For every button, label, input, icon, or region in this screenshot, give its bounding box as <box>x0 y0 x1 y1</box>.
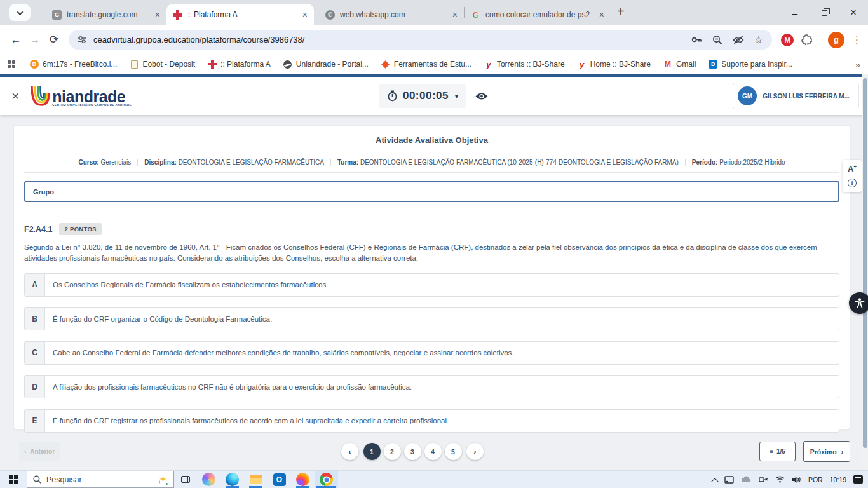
bookmark-eobot[interactable]: Eobot - Deposit <box>130 60 195 69</box>
tab-close-icon[interactable]: × <box>302 10 308 19</box>
address-bar[interactable]: ceadvirtual.grupoa.education/plataforma/… <box>69 30 772 50</box>
page-1[interactable]: 1 <box>363 443 381 460</box>
course-info-curso: Curso: Gerenciais <box>72 159 138 166</box>
search-highlights-icon[interactable] <box>158 475 168 485</box>
page-2[interactable]: 2 <box>384 443 401 460</box>
forward-button[interactable]: → <box>25 34 44 46</box>
page-3[interactable]: 3 <box>404 443 421 460</box>
extensions-puzzle-icon[interactable] <box>801 34 812 45</box>
group-label: Grupo <box>33 188 54 196</box>
start-button[interactable] <box>0 471 27 488</box>
page-title: Atividade Avaliativa Objetiva <box>24 126 839 152</box>
tab-close-icon[interactable]: × <box>599 10 604 19</box>
taskbar-copilot[interactable] <box>197 471 220 488</box>
onedrive-icon[interactable] <box>741 476 752 483</box>
bookmark-ferramentas[interactable]: Ferramentas de Estu... <box>381 60 471 69</box>
page-4[interactable]: 4 <box>424 443 442 460</box>
profile-avatar[interactable]: g <box>828 32 844 48</box>
option-a[interactable]: A Os Conselhos Regionais de Farmácia fis… <box>24 273 839 297</box>
bookmark-plataforma[interactable]: :: Plataforma A <box>208 60 271 69</box>
accessibility-widget-button[interactable] <box>849 292 868 314</box>
zoom-out-icon[interactable] <box>712 35 722 45</box>
restore-button[interactable] <box>810 0 839 25</box>
bjshare-icon: y <box>486 60 491 69</box>
gmail-icon: M <box>665 60 671 69</box>
visibility-off-icon[interactable] <box>733 36 744 44</box>
bookmark-dell-suporte[interactable]: DSuporte para Inspir... <box>709 60 792 69</box>
password-manager-icon[interactable] <box>691 35 702 44</box>
tray-expand-chevron[interactable] <box>712 477 717 482</box>
bookmarks-overflow-button[interactable]: » <box>855 59 860 70</box>
scrollbar-thumb[interactable] <box>863 78 867 448</box>
dell-icon: D <box>709 60 717 69</box>
page-scrollbar[interactable] <box>862 74 868 470</box>
page-5[interactable]: 5 <box>445 443 462 460</box>
timer-dropdown-caret[interactable]: ▾ <box>455 93 458 100</box>
taskbar-outlook[interactable]: O <box>268 471 291 488</box>
browser-toolbar: ← → ⟳ ceadvirtual.grupoa.education/plata… <box>0 25 868 54</box>
outlook-icon: O <box>273 473 286 486</box>
close-activity-button[interactable]: × <box>11 88 19 104</box>
task-view-button[interactable] <box>174 471 197 488</box>
course-info-disciplina: Disciplina: DEONTOLOGIA E LEGISLAÇÃO FAR… <box>138 159 331 166</box>
action-center-icon[interactable] <box>853 475 863 484</box>
taskbar-file-explorer[interactable] <box>244 471 268 488</box>
question-counter-button[interactable]: ≡1/5 <box>759 442 796 461</box>
visibility-eye-icon[interactable] <box>475 92 489 101</box>
clock[interactable]: 10:19 <box>830 476 846 484</box>
close-window-button[interactable]: × <box>839 0 868 25</box>
reload-button[interactable]: ⟳ <box>44 33 64 46</box>
language-indicator[interactable]: POR <box>808 476 823 484</box>
tab-google-search[interactable]: G como colocar emulador de ps2 × <box>465 4 611 25</box>
minimize-button[interactable]: – <box>780 0 810 25</box>
user-menu[interactable]: GM GILSON LUIS FERREIRA M... <box>733 83 859 109</box>
usb-disconnect-icon[interactable] <box>759 476 768 484</box>
uniandrade-logo: niandrade CENTRO UNIVERSITÁRIO CAMPOS DE… <box>29 85 132 107</box>
option-b[interactable]: B É função do CRF organizar o Código de … <box>24 307 839 330</box>
option-text: Cabe ao Conselho Federal de Farmácia def… <box>45 342 839 364</box>
cast-icon[interactable] <box>724 476 734 484</box>
option-e[interactable]: E É função do CRF registrar os profissio… <box>24 409 839 433</box>
page-prev-circle[interactable]: ‹ <box>341 443 358 460</box>
taskbar-firefox[interactable] <box>291 471 315 488</box>
tab-search-button[interactable] <box>9 4 31 21</box>
next-button[interactable]: Próximo› <box>803 441 850 462</box>
url-text[interactable]: ceadvirtual.grupoa.education/plataforma/… <box>93 35 681 44</box>
font-size-button[interactable]: A+ <box>848 165 857 173</box>
option-c[interactable]: C Cabe ao Conselho Federal de Farmácia d… <box>24 341 839 365</box>
taskbar-edge[interactable] <box>220 471 244 488</box>
bjshare-icon: y <box>580 60 584 69</box>
option-d[interactable]: D A filiação dos profissionais farmacêut… <box>24 375 839 398</box>
tab-translate[interactable]: G translate.google.com × <box>46 4 166 25</box>
apps-grid-icon[interactable] <box>8 60 15 68</box>
bookmark-gmail[interactable]: MGmail <box>663 60 696 69</box>
bookmarks-bar: B6m:17s - FreeBitco.i... Eobot - Deposit… <box>0 54 868 74</box>
pagination-bar: ‹Anterior ‹ 1 2 3 4 5 › ≡1/5 Próximo› <box>0 438 868 465</box>
previous-button[interactable]: ‹Anterior <box>19 442 60 461</box>
browser-menu-icon[interactable]: ⋮ <box>852 34 862 46</box>
info-button[interactable]: i <box>848 179 857 187</box>
page-next-circle[interactable]: › <box>466 443 484 460</box>
bookmark-home-bjshare[interactable]: yHome :: BJ-Share <box>578 60 651 69</box>
tab-close-icon[interactable]: × <box>452 10 458 19</box>
bookmark-torrents-bjshare[interactable]: yTorrents :: BJ-Share <box>484 60 565 69</box>
tab-plataforma-active[interactable]: :: Plataforma A × <box>166 4 314 25</box>
course-info-bar: Curso: Gerenciais Disciplina: DEONTOLOGI… <box>24 152 839 173</box>
mega-extension-icon[interactable]: M <box>781 34 794 46</box>
translate-favicon-icon: G <box>52 10 62 20</box>
option-letter: A <box>25 274 45 296</box>
bookmark-star-icon[interactable]: ☆ <box>754 35 763 45</box>
volume-icon[interactable] <box>792 476 801 484</box>
bookmark-freebitco[interactable]: B6m:17s - FreeBitco.i... <box>30 60 117 69</box>
bookmark-label: 6m:17s - FreeBitco.i... <box>43 60 117 69</box>
bookmark-uniandrade[interactable]: Uniandrade - Portal... <box>283 60 369 69</box>
tab-close-icon[interactable]: × <box>155 10 160 19</box>
tab-whatsapp[interactable]: ✆ web.whatsapp.com × <box>319 4 464 25</box>
group-field[interactable]: Grupo <box>24 181 839 202</box>
new-tab-button[interactable]: + <box>617 4 625 19</box>
site-settings-icon[interactable] <box>78 35 87 44</box>
wifi-icon[interactable] <box>775 476 785 483</box>
back-button[interactable]: ← <box>6 34 25 46</box>
taskbar-chrome[interactable] <box>315 471 338 488</box>
taskbar-search-box[interactable]: Pesquisar <box>27 471 174 488</box>
